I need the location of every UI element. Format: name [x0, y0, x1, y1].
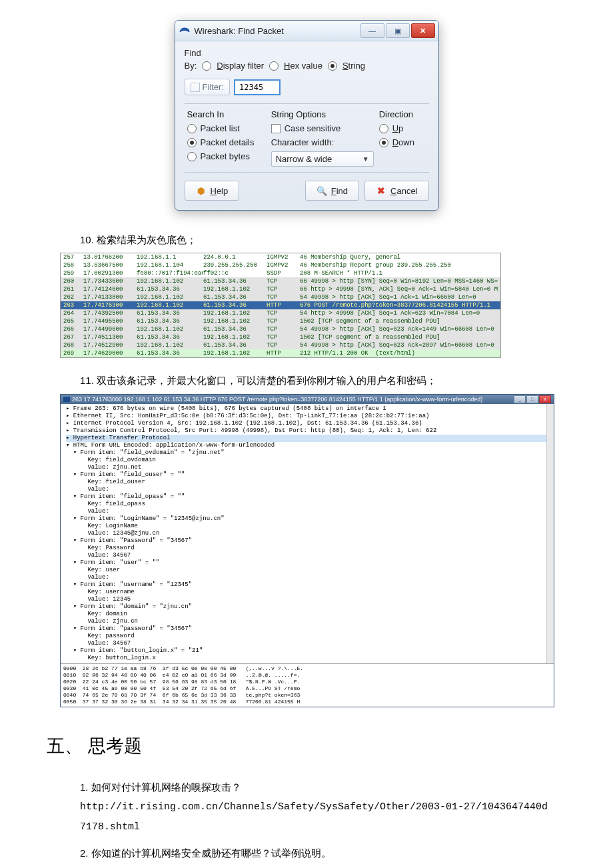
- section-5-heading: 五、 思考题: [47, 734, 553, 758]
- detail-line: Value: zjnu.net: [66, 464, 551, 471]
- radio-hex-value[interactable]: [269, 61, 279, 71]
- close-button[interactable]: ✕: [411, 23, 435, 38]
- detail-line: Key: field_opass: [66, 501, 551, 508]
- detail-line: Value: 34567: [66, 640, 551, 647]
- hex-line: 0050 37 37 32 30 36 2e 38 31 34 32 34 31…: [63, 699, 551, 705]
- maximize-button[interactable]: ▣: [386, 23, 410, 38]
- detail-line: Value:: [66, 508, 551, 515]
- step-11-text: 11. 双击该条记录，并最大化窗口，可以清楚的看到你刚才输入的用户名和密码；: [80, 371, 553, 391]
- detail-line: Value: 12345@zjnu.cn: [66, 530, 551, 537]
- magnifier-icon: 🔍: [316, 185, 327, 196]
- detail-line: ▸ Frame 263: 676 bytes on wire (5408 bit…: [66, 405, 551, 413]
- max-icon[interactable]: □: [526, 395, 538, 403]
- detail-line: ▸ Ethernet II, Src: HonHaiPr_d3:5c:0e (b…: [66, 413, 551, 420]
- radio-string[interactable]: [328, 61, 337, 71]
- char-width-dropdown[interactable]: Narrow & wide ▼: [271, 151, 374, 167]
- label-case-sensitive: Case sensitive: [285, 123, 341, 133]
- packet-list-screenshot: 25713.01766200192.168.1.1224.0.0.1IGMPv2…: [60, 253, 501, 358]
- packet-row: 26117.7412460061.153.34.36192.168.1.102T…: [61, 285, 500, 293]
- detail-line: Value:: [66, 486, 551, 493]
- radio-packet-details[interactable]: [187, 138, 197, 147]
- detail-line: Key: username: [66, 589, 551, 596]
- detail-line: Key: Password: [66, 545, 551, 552]
- detail-line: Value:: [66, 574, 551, 581]
- packet-row: 25713.01766200192.168.1.1224.0.0.1IGMPv2…: [61, 253, 500, 261]
- detail-line: Value: 34567: [66, 552, 551, 559]
- dialog-titlebar: Wireshark: Find Packet — ▣ ✕: [175, 21, 438, 41]
- char-width-value: Narrow & wide: [276, 154, 332, 164]
- detail-line: Key: field_ovdomain: [66, 457, 551, 464]
- step-10-text: 10. 检索结果为灰色底色；: [80, 231, 553, 250]
- minimize-button[interactable]: —: [360, 23, 384, 38]
- cancel-icon: ✖: [376, 185, 386, 196]
- detail-line: ▾ HTML Form URL Encoded: application/x-w…: [66, 442, 551, 449]
- label-string: String: [342, 61, 365, 71]
- find-packet-dialog: Wireshark: Find Packet — ▣ ✕ Find By: Di…: [175, 20, 439, 211]
- packet-row: 26317.74176300192.168.1.10261.153.34.36H…: [61, 301, 500, 309]
- wireshark-icon: [63, 397, 70, 402]
- search-in-title: Search In: [187, 109, 266, 119]
- filter-button-label: Filter:: [203, 82, 225, 92]
- detail-line: ▸ Hypertext Transfer Protocol: [66, 435, 551, 442]
- detail-line: Key: password: [66, 633, 551, 640]
- checkbox-case-sensitive[interactable]: [271, 124, 281, 133]
- label-hex-value: Hex value: [284, 61, 322, 71]
- help-icon: ⬢: [196, 185, 207, 196]
- radio-packet-bytes[interactable]: [187, 152, 197, 161]
- packet-row: 26417.7439250061.153.34.36192.168.1.102T…: [61, 309, 500, 317]
- close-icon[interactable]: x: [539, 395, 551, 403]
- label-down: Down: [392, 137, 414, 147]
- detail-line: ▾ Form item: "user" = "": [66, 559, 551, 567]
- question-1: 1. 如何对付计算机网络的嗅探攻击？: [80, 778, 553, 797]
- question-2: 2. 你知道的计算机网络安全威胁还有哪些？试举例说明。: [80, 844, 553, 863]
- detail-line: ▾ Form item: "Password" = "34567": [66, 537, 551, 545]
- radio-up[interactable]: [379, 124, 388, 133]
- radio-down[interactable]: [379, 138, 388, 147]
- find-button[interactable]: 🔍 Find: [305, 181, 359, 201]
- string-options-title: String Options: [271, 109, 374, 119]
- find-label: Find: [185, 48, 429, 58]
- help-label: Help: [211, 186, 229, 196]
- packet-detail-screenshot: 263 17.741763000 192.168.1.102 61.153.34…: [60, 394, 554, 707]
- find-label: Find: [331, 186, 348, 196]
- hex-line: 0010 02 96 32 94 40 00 40 06 e4 02 c0 a8…: [63, 672, 551, 679]
- detail-line: ▾ Form item: "domain" = "zjnu.cn": [66, 603, 551, 611]
- label-packet-list: Packet list: [201, 123, 240, 133]
- label-char-width: Character width:: [271, 137, 334, 147]
- dialog-title: Wireshark: Find Packet: [195, 26, 284, 36]
- detail-line: ▾ Form item: "username" = "12345": [66, 581, 551, 589]
- direction-title: Direction: [379, 109, 426, 119]
- radio-packet-list[interactable]: [187, 124, 197, 133]
- hex-line: 0030 41 0c 45 a9 00 00 50 4f 53 54 20 2f…: [63, 685, 551, 692]
- detail-line: Key: user: [66, 567, 551, 574]
- hex-line: 0020 22 24 c3 4e 00 50 bc 57 98 56 63 98…: [63, 679, 551, 685]
- packet-row: 26217.74133800192.168.1.10261.153.34.36T…: [61, 293, 500, 301]
- cancel-label: Cancel: [390, 186, 417, 196]
- detail-line: ▾ Form item: "password" = "34567": [66, 625, 551, 633]
- detail-line: ▾ Form item: "field_ovdomain" = "zjnu.ne…: [66, 449, 551, 457]
- min-icon[interactable]: _: [514, 395, 526, 403]
- filter-button[interactable]: Filter:: [185, 79, 231, 95]
- packet-row: 26917.7462900061.153.34.36192.168.1.102H…: [61, 349, 500, 357]
- detail-line: ▸ Internet Protocol Version 4, Src: 192.…: [66, 420, 551, 427]
- radio-display-filter[interactable]: [202, 61, 211, 71]
- detail-line: ▾ Form item: "field_ouser" = "": [66, 471, 551, 479]
- wireshark-icon: [179, 25, 191, 37]
- label-packet-bytes: Packet bytes: [201, 151, 250, 161]
- detail-line: ▾ Form item: "field_opass" = "": [66, 493, 551, 501]
- by-label: By:: [185, 61, 197, 71]
- label-packet-details: Packet details: [201, 137, 255, 147]
- packet-row: 25917.00291300fe80::7017:f194:eae7:lff02…: [61, 269, 500, 277]
- chevron-down-icon: ▼: [362, 155, 369, 163]
- packet-row: 26817.74512900192.168.1.10261.153.34.36T…: [61, 341, 500, 349]
- packet-row: 25813.63667500192.168.1.104239.255.255.2…: [61, 261, 500, 269]
- hex-line: 0000 28 2c b2 77 1e aa b8 76 3f d3 5c 0e…: [63, 665, 551, 672]
- filter-input[interactable]: [234, 79, 281, 95]
- cancel-button[interactable]: ✖ Cancel: [364, 181, 428, 201]
- scrollbar[interactable]: [546, 404, 554, 663]
- help-button[interactable]: ⬢ Help: [185, 181, 240, 201]
- packet-row: 26517.7449550061.153.34.36192.168.1.102T…: [61, 317, 500, 325]
- label-up: Up: [392, 123, 404, 133]
- detail-line: ▾ Form item: "LoginName" = "12345@zjnu.c…: [66, 515, 551, 523]
- detail-window-title: 263 17.741763000 192.168.1.102 61.153.34…: [72, 396, 482, 403]
